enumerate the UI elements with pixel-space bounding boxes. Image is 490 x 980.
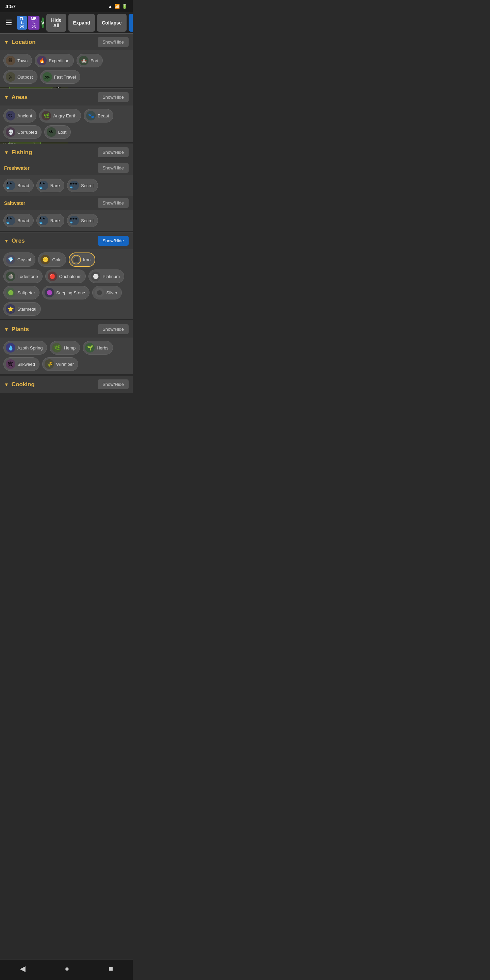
corrupted-label: Corrupted [18,130,37,135]
show-hide-plants[interactable]: Show/Hide [98,324,129,334]
section-title-group-areas: ▼ Areas [4,94,27,101]
hide-all-button[interactable]: Hide All [46,14,66,32]
status-bar: 4:57 ▲ 📶 🔋 [0,0,133,12]
items-grid-plants: 💧 Azoth Spring 🌿 Hemp 🌱 Herbs 🕸 Silkweed… [0,337,133,374]
section-title-group-plants: ▼ Plants [4,326,29,333]
corrupted-icon: 💀 [6,127,15,137]
show-hide-ores[interactable]: Show/Hide [98,236,129,246]
azoth-icon: 💧 [6,343,15,353]
items-grid-location: 🏛 Town 🔥 Expedition 🏰 Fort ⚔ Outpost ≫ [0,50,133,87]
freshwater-broad-icon: ★★🐟 [6,181,15,190]
section-header-ores: ▼ Ores Show/Hide [0,232,133,249]
item-lodestone[interactable]: 🪨 Lodestone [3,269,43,283]
item-saltwater-secret[interactable]: ★★★🐟 Secret [67,214,98,227]
herbs-label: Herbs [97,345,108,350]
item-freshwater-rare[interactable]: ★★🐟 Rare [37,179,64,192]
angryearth-label: Angry Earth [53,113,76,118]
show-hide-location[interactable]: Show/Hide [98,37,129,47]
item-seepingstone[interactable]: 🟣 Seeping Stone [42,286,89,299]
item-crystal[interactable]: 💎 Crystal [3,253,35,267]
section-header-plants: ▼ Plants Show/Hide [0,321,133,337]
battery-icon: 🔋 [122,4,127,9]
saltpeter-label: Saltpeter [18,290,35,295]
saltwater-secret-label: Secret [81,218,94,223]
item-platinum[interactable]: ⚪ Platinum [89,269,124,283]
home-button[interactable]: ● [58,963,76,975]
item-saltpeter[interactable]: 🟢 Saltpeter [3,286,40,299]
sub-section-saltwater: Saltwater Show/Hide [0,196,133,210]
item-silver[interactable]: ⚫ Silver [92,286,122,299]
freshwater-secret-icon: ★★★🐟 [69,181,79,190]
mb-badge[interactable]: MB1-25 [28,16,39,30]
show-hide-fishing[interactable]: Show/Hide [98,147,129,157]
section-title-ores: Ores [11,237,25,244]
item-saltwater-rare[interactable]: ★★🐟 Rare [37,214,64,227]
hemp-icon: 🌿 [52,343,62,353]
item-fort[interactable]: 🏰 Fort [76,54,103,67]
item-beast[interactable]: 🐾 Beast [84,109,113,123]
lodestone-icon: 🪨 [6,272,15,281]
saltwater-secret-icon: ★★★🐟 [69,216,79,225]
lodestone-label: Lodestone [18,274,38,279]
saltwater-rare-label: Rare [50,218,60,223]
item-angryearth[interactable]: 🌿 Angry Earth [39,109,81,123]
section-header-areas: ▼ Areas Show/Hide [0,89,133,105]
item-hemp[interactable]: 🌿 Hemp [50,341,80,355]
item-expedition[interactable]: 🔥 Expedition [35,54,74,67]
bottom-spacer [0,394,133,414]
show-hide-freshwater[interactable]: Show/Hide [98,163,129,173]
section-areas: ▼ Areas Show/Hide 🛡 Ancient 🌿 Angry Eart… [0,89,133,142]
item-azoth[interactable]: 💧 Azoth Spring [3,341,47,355]
hemp-label: Hemp [64,345,76,350]
item-ancient[interactable]: 🛡 Ancient [3,109,37,123]
expedition-label: Expedition [49,58,69,63]
recents-button[interactable]: ■ [102,963,120,975]
beast-icon: 🐾 [86,111,95,121]
chevron-areas: ▼ [4,95,9,100]
fl-badge[interactable]: FL1-25 [17,16,27,30]
expand-button[interactable]: Expand [68,14,95,32]
fasttravel-icon: ≫ [43,72,52,82]
freshwater-secret-label: Secret [81,183,94,188]
show-hide-saltwater[interactable]: Show/Hide [98,198,129,208]
silver-label: Silver [106,290,118,295]
menu-button[interactable]: ☰ [3,17,15,29]
item-starmetal[interactable]: ⭐ Starmetal [3,302,41,316]
item-iron[interactable]: ⬛ Iron [69,253,95,267]
section-header-location: ▼ Location Show/Hide [0,33,133,50]
back-button[interactable]: ◀ [13,963,32,975]
starmetal-label: Starmetal [18,307,37,312]
item-lost[interactable]: 👁 Lost [44,125,71,139]
section-title-plants: Plants [11,326,29,333]
saltwater-title: Saltwater [4,200,25,206]
items-grid-ores: 💎 Crystal 🪙 Gold ⬛ Iron 🪨 Lodestone 🔴 [0,249,133,319]
crystal-label: Crystal [18,257,31,262]
item-corrupted[interactable]: 💀 Corrupted [3,125,41,139]
show-hide-areas[interactable]: Show/Hide [98,92,129,102]
item-silkweed[interactable]: 🕸 Silkweed [3,357,40,371]
item-gold[interactable]: 🪙 Gold [38,253,66,267]
item-fasttravel[interactable]: ≫ Fast Travel [40,70,80,84]
region-button[interactable]: Region [129,14,133,32]
item-orichalcum[interactable]: 🔴 Orichalcum [45,269,86,283]
section-title-group-location: ▼ Location [4,39,36,46]
item-freshwater-secret[interactable]: ★★★🐟 Secret [67,179,98,192]
freshwater-broad-label: Broad [18,183,29,188]
item-wirefiber[interactable]: 🌾 Wirefiber [42,357,78,371]
lost-label: Lost [58,130,67,135]
show-hide-cooking[interactable]: Show/Hide [98,379,129,389]
item-freshwater-broad[interactable]: ★★🐟 Broad [3,179,34,192]
silkweed-icon: 🕸 [6,360,15,369]
collapse-button[interactable]: Collapse [97,14,126,32]
item-saltwater-broad[interactable]: ★★🐟 Broad [3,214,34,227]
item-outpost[interactable]: ⚔ Outpost [3,70,37,84]
seepingstone-label: Seeping Stone [56,290,85,295]
angryearth-icon: 🌿 [41,111,51,121]
wirefiber-icon: 🌾 [45,360,54,369]
section-ores: ▼ Ores Show/Hide 💎 Crystal 🪙 Gold ⬛ Iron [0,232,133,319]
item-town[interactable]: 🏛 Town [3,54,32,67]
town-icon: 🏛 [6,56,15,65]
section-header-fishing: ▼ Fishing Show/Hide [0,143,133,161]
item-herbs[interactable]: 🌱 Herbs [83,341,113,355]
town-label: Town [18,58,27,63]
